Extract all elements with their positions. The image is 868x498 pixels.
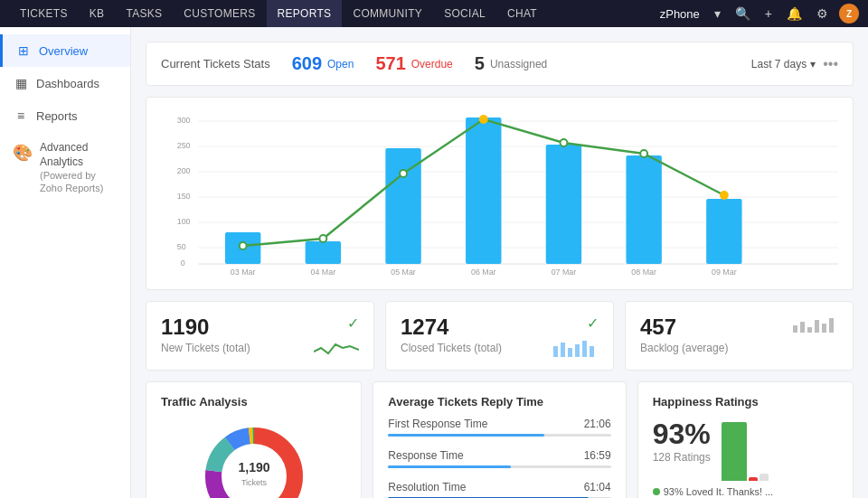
response-value: 16:59 [584, 449, 611, 462]
sidebar-label-overview: Overview [39, 44, 88, 58]
nav-kb[interactable]: KB [79, 0, 116, 27]
svg-rect-36 [561, 343, 565, 357]
dropdown-icon[interactable]: ▾ [711, 5, 724, 23]
nav-tickets[interactable]: TICKETS [9, 0, 79, 27]
reply-row-resolution: Resolution Time 61:04 [388, 481, 610, 498]
svg-rect-37 [568, 348, 572, 357]
happiness-title: Happiness Ratings [653, 395, 838, 409]
unassigned-stat: 5 Unassigned [475, 53, 548, 74]
svg-text:50: 50 [177, 242, 186, 251]
svg-point-26 [640, 150, 647, 157]
new-tickets-label: New Tickets (total) [161, 342, 250, 354]
closed-tickets-value: 1274 [401, 315, 502, 340]
overview-icon: ⊞ [15, 43, 32, 58]
open-label: Open [327, 58, 354, 70]
svg-text:06 Mar: 06 Mar [471, 268, 496, 275]
hleg-dot-loved [653, 488, 660, 495]
reply-time-card: Average Tickets Reply Time First Respons… [373, 381, 626, 498]
svg-text:04 Mar: 04 Mar [311, 268, 336, 275]
hleg-loved: 93% Loved It. Thanks! ... [653, 486, 838, 497]
donut-wrapper: 1,190 Tickets Web (99) Forums (8) [161, 418, 346, 498]
traffic-title: Traffic Analysis [161, 395, 346, 409]
stats-header: Current Tickets Stats 609 Open 571 Overd… [146, 42, 854, 86]
svg-rect-41 [793, 325, 797, 333]
dashboards-icon: ▦ [13, 76, 29, 90]
nav-items: TICKETS KB TASKS CUSTOMERS REPORTS COMMU… [9, 0, 660, 27]
bar-sparkline [553, 339, 599, 357]
svg-point-24 [480, 116, 487, 123]
date-filter-label: Last 7 days [751, 58, 807, 70]
response-label: Response Time [388, 449, 463, 462]
layout: ⊞ Overview ▦ Dashboards ≡ Reports 🎨 Adva… [0, 27, 868, 498]
nav-community[interactable]: COMMUNITY [342, 0, 433, 27]
svg-rect-38 [575, 344, 580, 357]
first-response-value: 21:06 [584, 418, 611, 430]
svg-point-22 [319, 235, 326, 242]
svg-text:09 Mar: 09 Mar [712, 268, 737, 275]
svg-text:300: 300 [177, 116, 191, 125]
happiness-bar-ok [760, 474, 769, 481]
sidebar-item-dashboards[interactable]: ▦ Dashboards [0, 67, 130, 99]
svg-text:08 Mar: 08 Mar [631, 268, 656, 275]
avatar[interactable]: Z [839, 4, 859, 23]
date-filter[interactable]: Last 7 days ▾ [751, 58, 816, 70]
svg-rect-15 [306, 241, 341, 264]
resolution-label: Resolution Time [388, 481, 466, 493]
metric-cards: 1190 New Tickets (total) ✓ 1274 Closed T… [146, 301, 854, 371]
nav-chat[interactable]: CHAT [496, 0, 548, 27]
backlog-sparkline [793, 315, 838, 333]
svg-text:0: 0 [181, 258, 185, 268]
sidebar-label-dashboards: Dashboards [36, 77, 99, 90]
svg-rect-44 [815, 320, 819, 333]
sidebar-item-overview[interactable]: ⊞ Overview [0, 34, 130, 67]
overdue-label: Overdue [411, 58, 453, 70]
unassigned-count: 5 [475, 53, 485, 74]
svg-text:100: 100 [177, 217, 191, 226]
settings-icon[interactable]: ⚙ [813, 5, 832, 23]
happiness-bar-bad [749, 477, 758, 481]
chart-area: 300 250 200 150 100 50 0 [161, 112, 838, 275]
happiness-ratings-count: 128 Ratings [653, 451, 711, 464]
nav-social[interactable]: SOCIAL [433, 0, 496, 27]
nav-customers[interactable]: CUSTOMERS [173, 0, 266, 27]
svg-rect-17 [466, 117, 501, 264]
svg-point-25 [561, 139, 568, 146]
more-options-icon[interactable]: ••• [823, 56, 838, 72]
chart-container: 300 250 200 150 100 50 0 [146, 97, 854, 290]
top-nav: TICKETS KB TASKS CUSTOMERS REPORTS COMMU… [0, 0, 868, 27]
advanced-icon: 🎨 [13, 143, 33, 163]
notifications-icon[interactable]: 🔔 [783, 5, 806, 23]
nav-right: zPhone ▾ 🔍 + 🔔 ⚙ Z [660, 4, 859, 23]
backlog-label: Backlog (average) [640, 342, 728, 354]
svg-rect-42 [800, 322, 805, 333]
open-count: 609 [292, 53, 322, 74]
metric-closed-tickets: 1274 Closed Tickets (total) ✓ [385, 301, 614, 371]
response-bar [388, 465, 511, 468]
svg-rect-39 [582, 341, 587, 357]
happiness-legend: 93% Loved It. Thanks! ... 0% Okay (1) 7%… [653, 486, 838, 498]
nav-reports[interactable]: REPORTS [267, 0, 343, 27]
nav-tasks[interactable]: TASKS [115, 0, 173, 27]
svg-text:1,190: 1,190 [238, 460, 269, 475]
date-filter-chevron: ▾ [810, 58, 816, 70]
svg-text:Tickets: Tickets [241, 478, 268, 487]
happiness-bar-good [722, 422, 747, 481]
backlog-value: 457 [640, 315, 728, 340]
sidebar-item-advanced[interactable]: 🎨 Advanced Analytics (Powered by Zoho Re… [0, 132, 130, 204]
stats-right: Last 7 days ▾ ••• [751, 56, 838, 72]
add-icon[interactable]: + [761, 5, 776, 23]
donut-chart: 1,190 Tickets [195, 418, 313, 498]
svg-rect-19 [626, 155, 661, 264]
check-icon-2: ✓ [587, 315, 599, 332]
search-icon[interactable]: 🔍 [731, 5, 754, 23]
svg-text:250: 250 [177, 141, 191, 150]
svg-text:200: 200 [177, 166, 191, 175]
happiness-percentage: 93% [653, 418, 711, 451]
sidebar-item-reports[interactable]: ≡ Reports [0, 99, 130, 132]
bar-chart: 300 250 200 150 100 50 0 [161, 112, 838, 275]
stats-title: Current Tickets Stats [161, 57, 270, 70]
overdue-count: 571 [375, 53, 405, 74]
bottom-section: Traffic Analysis [146, 381, 854, 498]
happiness-card: Happiness Ratings 93% 128 Ratings [637, 381, 854, 498]
reply-time-title: Average Tickets Reply Time [388, 395, 610, 409]
